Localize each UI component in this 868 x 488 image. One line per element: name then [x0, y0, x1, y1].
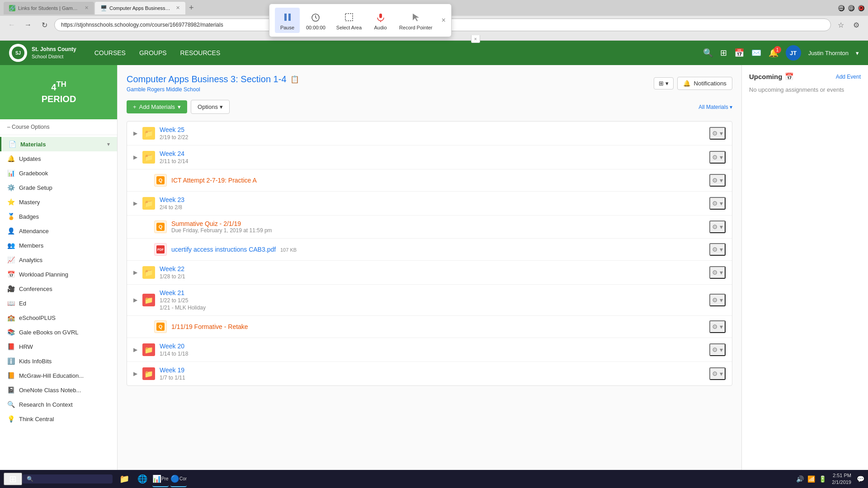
table-row[interactable]: ▶ 📁 Week 19 1/7 to 1/11 ⚙ ▾: [127, 362, 732, 385]
audio-button[interactable]: Audio: [368, 8, 393, 33]
sidebar-item-hrw[interactable]: 📕 HRW: [0, 339, 117, 354]
course-options-link[interactable]: – Course Options: [7, 124, 110, 130]
user-name[interactable]: Justin Thornton: [808, 50, 849, 56]
table-row[interactable]: ▶ 📁 Week 25 2/19 to 2/22 ⚙ ▾: [127, 122, 732, 145]
new-tab-button[interactable]: +: [186, 3, 197, 13]
network-icon[interactable]: 📶: [807, 475, 815, 483]
settings-button[interactable]: ⚙ ▾: [709, 243, 726, 256]
sidebar-item-onenote[interactable]: 📓 OneNote Class Noteb...: [0, 383, 117, 397]
all-materials-filter[interactable]: All Materials ▾: [698, 104, 732, 110]
settings-button[interactable]: ⚙ ▾: [709, 151, 726, 164]
table-row[interactable]: ▶ 📁 Week 23 2/4 to 2/8 ⚙ ▾: [127, 192, 732, 216]
school-logo[interactable]: SJ St. Johns County School District: [9, 44, 76, 62]
table-row[interactable]: ▶ 📁 Week 21 1/22 to 1/25 1/21 - MLK Holi…: [127, 285, 732, 316]
close-window-button[interactable]: ✕: [858, 5, 864, 11]
user-dropdown-icon[interactable]: ▾: [856, 50, 859, 56]
search-nav-button[interactable]: 🔍: [703, 48, 713, 58]
audio-icon: [374, 10, 387, 24]
settings-button[interactable]: ⚙ ▾: [709, 221, 726, 233]
settings-button[interactable]: ⚙ ▾: [709, 127, 726, 140]
add-event-button[interactable]: Add Event: [836, 74, 861, 80]
toolbar-close-button[interactable]: ×: [441, 16, 445, 24]
sidebar-item-ed[interactable]: 📖 Ed: [0, 296, 117, 310]
sidebar-item-members[interactable]: 👥 Members: [0, 238, 117, 253]
messages-button[interactable]: ✉️: [751, 48, 761, 58]
calendar-button[interactable]: 📅: [734, 48, 744, 58]
school-link[interactable]: Gamble Rogers Middle School: [127, 86, 299, 93]
settings-button[interactable]: ⚙ ▾: [709, 343, 726, 356]
sidebar-item-conferences[interactable]: 🎥 Conferences: [0, 282, 117, 296]
view-options-button[interactable]: ⊞ ▾: [654, 77, 674, 89]
settings-button[interactable]: ⚙ ▾: [709, 266, 726, 279]
settings-button[interactable]: ⚙ ▾: [709, 320, 726, 333]
sidebar-item-analytics[interactable]: 📈 Analytics: [0, 253, 117, 267]
tab-2[interactable]: 🖥️ Computer Apps Business 3: Sect... ✕: [95, 2, 185, 14]
volume-icon[interactable]: 🔊: [796, 475, 804, 483]
resources-link[interactable]: RESOURCES: [180, 49, 221, 56]
material-name: Week 22: [160, 265, 709, 272]
sidebar-item-research-in-context[interactable]: 🔍 Research In Context: [0, 397, 117, 412]
table-row[interactable]: Q ICT Attempt 2-7-19: Practice A ⚙ ▾: [127, 169, 732, 192]
course-banner[interactable]: 4THPERIOD: [0, 65, 118, 119]
taskbar-app-powerpoint[interactable]: 📊 Presentation1 - Po...: [152, 471, 169, 487]
sidebar-label-hrw: HRW: [19, 343, 33, 350]
options-button[interactable]: Options ▾: [191, 100, 230, 114]
sidebar-item-updates[interactable]: 🔔 Updates: [0, 151, 117, 166]
refresh-button[interactable]: ↻: [38, 19, 51, 31]
settings-button[interactable]: ⚙ ▾: [709, 367, 726, 380]
table-row[interactable]: ▶ 📁 Week 22 1/28 to 2/1 ⚙ ▾: [127, 261, 732, 285]
sidebar-item-mastery[interactable]: ⭐ Mastery: [0, 195, 117, 209]
table-row[interactable]: ▶ 📁 Week 20 1/14 to 1/18 ⚙ ▾: [127, 338, 732, 362]
notifications-taskbar-icon[interactable]: 💬: [857, 475, 864, 483]
table-row[interactable]: ▶ 📁 Week 24 2/11 to 2/14 ⚙ ▾: [127, 145, 732, 169]
back-button[interactable]: ←: [5, 19, 18, 31]
add-materials-button[interactable]: + Add Materials ▾: [127, 100, 187, 113]
notifications-button[interactable]: 🔔 Notifications: [677, 77, 732, 90]
user-avatar[interactable]: JT: [786, 45, 801, 61]
table-row[interactable]: Q 1/11/19 Formative - Retake ⚙ ▾: [127, 316, 732, 338]
pause-button[interactable]: Pause: [275, 8, 300, 33]
table-row[interactable]: PDF ucertify access instructions CAB3.pd…: [127, 239, 732, 261]
tab2-close[interactable]: ✕: [176, 5, 180, 11]
courses-link[interactable]: COURSES: [94, 49, 126, 56]
bookmark-button[interactable]: ☆: [835, 19, 847, 31]
sidebar-item-kids-infobits[interactable]: ℹ️ Kids InfoBits: [0, 354, 117, 368]
battery-icon[interactable]: 🔋: [819, 475, 826, 483]
sidebar-item-grade-setup[interactable]: ⚙️ Grade Setup: [0, 180, 117, 195]
sidebar-item-badges[interactable]: 🏅 Badges: [0, 209, 117, 224]
start-button[interactable]: ⊞: [4, 473, 22, 485]
maximize-button[interactable]: □: [848, 5, 854, 11]
taskbar-app-ie[interactable]: 🌐: [134, 471, 151, 487]
tab1-close[interactable]: ✕: [85, 5, 89, 11]
sidebar-item-attendance[interactable]: 👤 Attendance: [0, 224, 117, 238]
tab-1[interactable]: 🔗 Links for Students | Gamble Rog... ✕: [4, 2, 94, 14]
taskbar-app-chrome[interactable]: 🔵 Computer Apps Bu...: [170, 471, 187, 487]
notifications-bell-button[interactable]: 🔔 1: [769, 48, 778, 58]
badges-icon: 🏅: [7, 213, 14, 220]
sidebar-item-eschoolplus[interactable]: 🏫 eSchoolPLUS: [0, 310, 117, 325]
settings-button[interactable]: ⚙ ▾: [709, 197, 726, 210]
settings-button[interactable]: ⚙ ▾: [709, 294, 726, 306]
material-info: Week 25 2/19 to 2/22: [160, 126, 709, 141]
timer-display[interactable]: 00:00:00: [302, 8, 330, 33]
forward-button[interactable]: →: [22, 19, 34, 31]
extensions-button[interactable]: ⚙: [850, 19, 863, 31]
sidebar-item-materials[interactable]: 📄 Materials ▾: [0, 137, 117, 151]
minimize-button[interactable]: —: [838, 5, 844, 11]
sidebar-item-think-central[interactable]: 💡 Think Central: [0, 412, 117, 426]
sidebar-item-workload-planning[interactable]: 📅 Workload Planning: [0, 267, 117, 282]
sidebar-label-analytics: Analytics: [19, 257, 42, 263]
apps-button[interactable]: ⊞: [720, 48, 727, 58]
sidebar-item-gradebook[interactable]: 📊 Gradebook: [0, 166, 117, 180]
taskbar-app-file-explorer[interactable]: 📁: [116, 471, 132, 487]
mini-close-button[interactable]: ×: [471, 35, 480, 43]
sidebar-item-gale-ebooks[interactable]: 📚 Gale eBooks on GVRL: [0, 325, 117, 339]
groups-link[interactable]: GROUPS: [139, 49, 167, 56]
table-row[interactable]: Q Summative Quiz - 2/1/19 Due Friday, Fe…: [127, 216, 732, 239]
settings-button[interactable]: ⚙ ▾: [709, 174, 726, 187]
sidebar-item-mcgrawhill[interactable]: 📙 McGraw-Hill Education...: [0, 368, 117, 383]
record-pointer-button[interactable]: Record Pointer: [395, 8, 437, 33]
select-area-button[interactable]: Select Area: [332, 8, 366, 33]
taskbar-search[interactable]: 🔍: [22, 474, 113, 483]
school-name: St. Johns County School District: [32, 46, 76, 60]
